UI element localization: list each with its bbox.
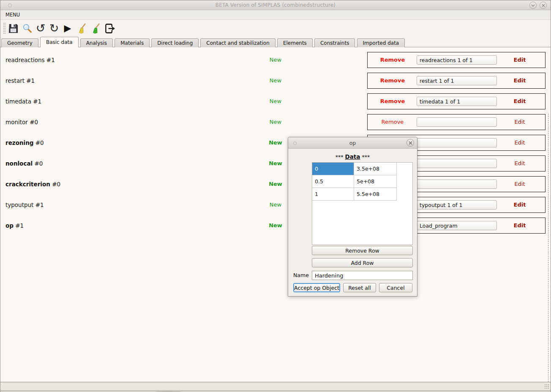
edit-button[interactable]: Edit (494, 197, 545, 212)
op-dialog-titlebar[interactable]: op (288, 137, 417, 149)
table-cell-2-1[interactable]: 5.5e+08 (354, 188, 397, 201)
edit-button[interactable]: Edit (494, 52, 545, 68)
object-selector-field[interactable] (417, 97, 497, 106)
object-selector-field[interactable] (417, 138, 497, 147)
object-selector-field[interactable] (417, 55, 497, 65)
remove-button[interactable]: Remove (368, 52, 417, 68)
new-link[interactable]: New (261, 93, 290, 109)
object-label: monitor #0 (5, 114, 38, 130)
edit-button[interactable]: Edit (494, 114, 545, 130)
titlebar: BETA Version of SIMPLAS (combinedstructu… (0, 0, 551, 10)
new-link[interactable]: New (261, 155, 290, 172)
action-box: Remove Edit (367, 52, 546, 68)
new-link[interactable]: New (261, 52, 290, 68)
clean-all-button[interactable] (90, 22, 102, 35)
reset-all-button[interactable]: Reset all (343, 283, 376, 292)
cancel-button[interactable]: Cancel (379, 283, 412, 292)
remove-button[interactable]: Remove (368, 114, 417, 130)
clean-button[interactable] (76, 22, 88, 35)
undo-button[interactable]: ↺ (34, 22, 47, 35)
run-icon: ▶ (64, 22, 71, 34)
close-icon (542, 4, 545, 7)
op-dialog-close-button[interactable] (406, 139, 414, 147)
tab-imported-data[interactable]: Imported data (357, 38, 405, 47)
new-link[interactable]: New (261, 176, 290, 192)
search-button[interactable] (21, 22, 33, 35)
save-button[interactable] (7, 22, 19, 35)
menu-item-menu[interactable]: MENU (0, 10, 24, 18)
table-cell-2-0[interactable]: 1 (312, 188, 354, 201)
window-title: BETA Version of SIMPLAS (combinedstructu… (0, 2, 551, 8)
new-link[interactable]: New (261, 135, 290, 151)
object-selector-field[interactable] (417, 200, 497, 210)
close-button[interactable] (540, 2, 547, 9)
undo-icon: ↺ (36, 22, 46, 34)
data-table[interactable]: 0 3.5e+08 0.5 5e+08 1 5.5e+08 (312, 162, 413, 245)
tab-basic-data[interactable]: Basic data (40, 37, 79, 47)
remove-button[interactable]: Remove (368, 73, 417, 88)
remove-button[interactable]: Remove (368, 94, 417, 109)
menu-bar: MENU (0, 10, 551, 20)
table-cell-0-1[interactable]: 3.5e+08 (354, 163, 397, 175)
clean-green-icon (90, 23, 102, 34)
object-label: readreactions #1 (5, 52, 55, 68)
close-icon (409, 141, 412, 145)
action-box: Remove Edit (367, 73, 546, 89)
exit-button[interactable] (104, 22, 116, 35)
save-icon (8, 23, 19, 34)
object-label: nonlocal #0 (5, 155, 43, 172)
edit-button[interactable]: Edit (494, 94, 545, 109)
add-row-button[interactable]: Add Row (312, 258, 413, 267)
run-button[interactable]: ▶ (61, 22, 74, 35)
resize-grip[interactable] (544, 384, 549, 389)
data-heading: *** Data *** (288, 153, 417, 160)
table-cell-1-0[interactable]: 0.5 (312, 175, 354, 188)
object-label: typoutput #1 (5, 197, 44, 213)
new-link[interactable]: New (261, 114, 290, 130)
edit-button[interactable]: Edit (494, 135, 545, 150)
action-box: Remove Edit (367, 114, 546, 130)
object-selector-field[interactable] (417, 221, 497, 230)
table-cell-0-0[interactable]: 0 (312, 163, 354, 175)
name-input[interactable] (312, 271, 413, 280)
accept-op-object-button[interactable]: Accept op Object (293, 283, 340, 292)
scroll-edge-marker (548, 114, 548, 382)
new-link[interactable]: New (261, 218, 290, 234)
basic-data-panel: readreactions #1 New Remove Edit restart… (0, 47, 551, 382)
op-dialog-title: op (288, 140, 417, 146)
object-selector-field[interactable] (417, 117, 497, 127)
redo-icon: ↻ (49, 22, 59, 34)
chevron-down-icon (531, 4, 535, 7)
object-selector-field[interactable] (417, 76, 497, 85)
tab-geometry[interactable]: Geometry (1, 38, 38, 47)
object-label: restart #1 (5, 73, 35, 89)
new-link[interactable]: New (261, 73, 290, 89)
edit-button[interactable]: Edit (494, 218, 545, 233)
tab-analysis[interactable]: Analysis (80, 38, 113, 47)
search-icon (22, 23, 33, 34)
minimize-button[interactable] (529, 2, 537, 9)
remove-row-button[interactable]: Remove Row (312, 246, 413, 255)
edit-button[interactable]: Edit (494, 177, 545, 192)
object-selector-field[interactable] (417, 180, 497, 189)
status-bar (0, 382, 551, 391)
table-cell-1-1[interactable]: 5e+08 (354, 175, 397, 188)
object-selector-field[interactable] (417, 159, 497, 168)
name-label: Name (293, 271, 310, 280)
new-link[interactable]: New (261, 197, 290, 213)
object-label: timedata #1 (5, 93, 41, 109)
tab-constraints[interactable]: Constraints (314, 38, 355, 47)
edit-button[interactable]: Edit (494, 156, 545, 171)
object-label: op #1 (5, 218, 24, 234)
toolbar-drag-handle[interactable] (3, 23, 5, 34)
edit-button[interactable]: Edit (494, 73, 545, 88)
tab-bar: Geometry Basic data Analysis Materials D… (0, 37, 551, 47)
op-dialog: op *** Data *** 0 3.5e+08 0.5 5e+08 1 5.… (288, 137, 417, 297)
tab-direct-loading[interactable]: Direct loading (151, 38, 199, 47)
object-label: rezoning #0 (5, 135, 44, 151)
tab-contact-and-stabilization[interactable]: Contact and stabilization (200, 38, 275, 47)
tab-elements[interactable]: Elements (277, 38, 313, 47)
redo-button[interactable]: ↻ (48, 22, 60, 35)
object-label: crackcriterion #0 (5, 176, 60, 192)
tab-materials[interactable]: Materials (115, 38, 150, 47)
